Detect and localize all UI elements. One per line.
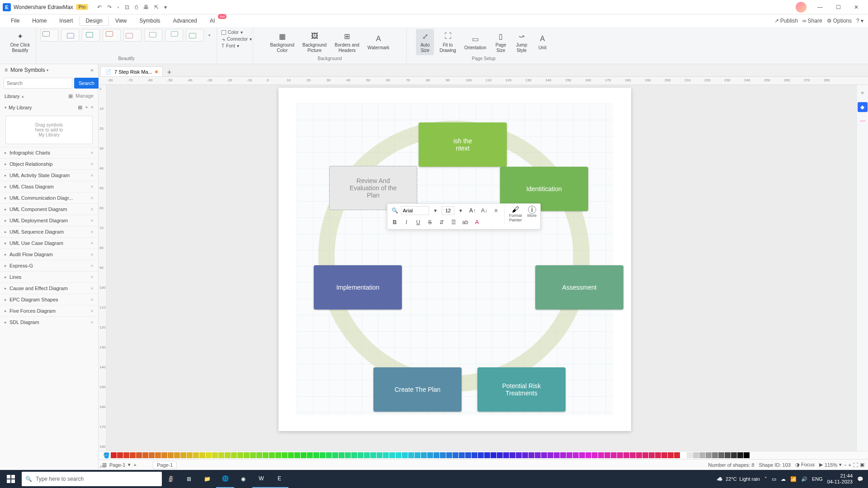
remove-category-icon[interactable]: ×: [91, 173, 94, 178]
color-swatch[interactable]: [731, 452, 737, 458]
color-swatch[interactable]: [288, 452, 294, 458]
bullets-icon[interactable]: ☰: [448, 217, 459, 227]
color-swatch[interactable]: [453, 452, 458, 458]
borders-button[interactable]: ⊞Borders and Headers: [332, 29, 362, 55]
fit-icon[interactable]: ▣: [860, 462, 864, 468]
bg-color-button[interactable]: ▦Background Color: [268, 29, 297, 55]
user-avatar[interactable]: [796, 2, 807, 13]
fontcolor-icon[interactable]: A: [472, 217, 482, 227]
fullscreen-icon[interactable]: ⛶: [853, 462, 858, 468]
doc-tab[interactable]: 📄 7 Step Risk Ma...: [100, 66, 163, 76]
more-icon[interactable]: ▾: [164, 4, 167, 10]
color-swatch[interactable]: [307, 452, 313, 458]
remove-category-icon[interactable]: ×: [91, 150, 94, 155]
zoom-dropdown[interactable]: ▾: [839, 462, 842, 468]
expand-right-icon[interactable]: »: [858, 88, 868, 98]
menu-insert[interactable]: Insert: [53, 16, 79, 26]
color-swatch[interactable]: [579, 452, 585, 458]
color-swatch[interactable]: [345, 452, 351, 458]
manage-icon[interactable]: ▦: [68, 93, 73, 99]
wifi-icon[interactable]: 📶: [790, 476, 797, 482]
color-dropdown[interactable]: Color ▾: [222, 29, 243, 36]
redo-icon[interactable]: ↷: [107, 4, 112, 10]
edrawmax-icon[interactable]: E: [270, 470, 288, 488]
menu-symbols[interactable]: Symbols: [133, 16, 167, 26]
color-swatch[interactable]: [699, 452, 705, 458]
color-swatch[interactable]: [326, 452, 332, 458]
color-swatch[interactable]: [661, 452, 667, 458]
expand-icon[interactable]: ▾: [5, 105, 7, 110]
connector-dropdown[interactable]: ⬎Connector ▾: [222, 36, 252, 42]
color-swatch[interactable]: [484, 452, 490, 458]
shape-establish[interactable]: ish the ntext: [419, 122, 507, 167]
category-item[interactable]: ▸UML Use Case Diagram×: [0, 237, 98, 249]
remove-category-icon[interactable]: ×: [91, 263, 94, 268]
more-button[interactable]: i More: [525, 205, 540, 228]
color-swatch[interactable]: [478, 452, 484, 458]
category-item[interactable]: ▸UML Class Diagram×: [0, 181, 98, 192]
jump-button[interactable]: ⤻Jump Style: [513, 29, 531, 55]
options-button[interactable]: ⚙ Options: [827, 18, 852, 24]
remove-category-icon[interactable]: ×: [91, 286, 94, 291]
notifications-icon[interactable]: 💬: [857, 476, 863, 482]
color-swatch[interactable]: [680, 452, 686, 458]
color-swatch[interactable]: [535, 452, 541, 458]
category-item[interactable]: ▸Lines×: [0, 271, 98, 282]
color-swatch[interactable]: [497, 452, 503, 458]
menu-design[interactable]: Design: [79, 16, 108, 26]
color-swatch[interactable]: [604, 452, 610, 458]
maximize-button[interactable]: ☐: [829, 1, 847, 14]
page-dropdown[interactable]: ▾: [128, 462, 131, 468]
share-button[interactable]: ∞ Share: [802, 18, 822, 24]
lang-indicator[interactable]: ENG: [812, 476, 823, 482]
color-swatch[interactable]: [130, 452, 136, 458]
color-swatch[interactable]: [117, 452, 123, 458]
color-swatch[interactable]: [320, 452, 326, 458]
menu-ai[interactable]: AIhot: [203, 16, 221, 26]
color-swatch[interactable]: [263, 452, 269, 458]
color-swatch[interactable]: [206, 452, 212, 458]
textcolor-icon[interactable]: ab: [460, 217, 471, 227]
color-swatch[interactable]: [301, 452, 307, 458]
minimize-button[interactable]: —: [811, 1, 829, 14]
color-swatch[interactable]: [212, 452, 218, 458]
color-swatch[interactable]: [168, 452, 174, 458]
color-swatch[interactable]: [649, 452, 655, 458]
start-button[interactable]: [0, 470, 22, 488]
increase-font-icon[interactable]: A↑: [467, 206, 478, 216]
theme-8[interactable]: [186, 29, 204, 42]
color-swatch[interactable]: [123, 452, 129, 458]
zoom-play-icon[interactable]: ▶: [819, 462, 823, 468]
color-swatch[interactable]: [421, 452, 427, 458]
font-family-input[interactable]: [401, 206, 429, 215]
category-item[interactable]: ▸Audit Flow Diagram×: [0, 249, 98, 260]
category-item[interactable]: ▸Five Forces Diagram×: [0, 305, 98, 316]
color-swatch[interactable]: [187, 452, 193, 458]
format-painter-button[interactable]: 🖌 Format Painter: [506, 205, 525, 228]
color-swatch[interactable]: [706, 452, 712, 458]
color-swatch[interactable]: [256, 452, 262, 458]
ai-logo-icon[interactable]: 〰: [858, 117, 868, 127]
collapse-panel-icon[interactable]: «: [90, 67, 94, 73]
color-swatch[interactable]: [737, 452, 743, 458]
color-swatch[interactable]: [592, 452, 598, 458]
tray-up-icon[interactable]: ˄: [764, 476, 767, 482]
chrome-icon[interactable]: ◉: [234, 470, 252, 488]
color-swatch[interactable]: [313, 452, 319, 458]
remove-category-icon[interactable]: ×: [91, 297, 94, 302]
remove-category-icon[interactable]: ×: [91, 229, 94, 235]
color-swatch[interactable]: [522, 452, 528, 458]
color-swatch[interactable]: [193, 452, 199, 458]
color-swatch[interactable]: [225, 452, 231, 458]
remove-category-icon[interactable]: ×: [91, 218, 94, 223]
color-swatch[interactable]: [294, 452, 300, 458]
meet-icon[interactable]: ▭: [772, 476, 776, 482]
fit-button[interactable]: ⛶Fit to Drawing: [437, 29, 459, 55]
color-swatch[interactable]: [623, 452, 629, 458]
add-icon[interactable]: +: [85, 104, 88, 110]
color-swatch[interactable]: [668, 452, 674, 458]
color-swatch[interactable]: [415, 452, 420, 458]
color-swatch[interactable]: [180, 452, 186, 458]
color-swatch[interactable]: [269, 452, 275, 458]
theme-5[interactable]: [123, 29, 142, 42]
